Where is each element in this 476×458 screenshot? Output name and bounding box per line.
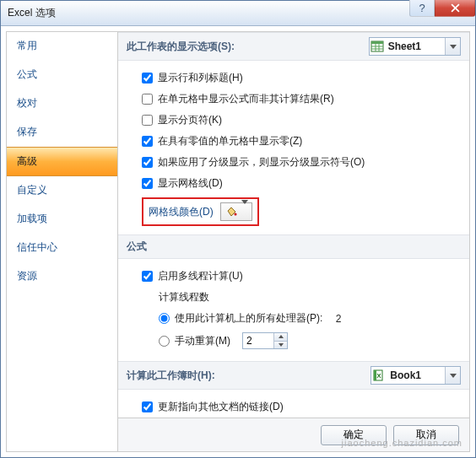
svg-text:X: X [377, 372, 382, 380]
dropdown-arrow-icon [445, 38, 460, 55]
sheet-display-options: 显示行和列标题(H) 在单元格中显示公式而非其计算结果(R) 显示分页符(K) … [118, 61, 469, 234]
sidebar-item-advanced[interactable]: 高级 [7, 147, 117, 176]
category-sidebar: 常用 公式 校对 保存 高级 自定义 加载项 信任中心 资源 [6, 31, 117, 452]
sidebar-item-proofing[interactable]: 校对 [7, 89, 117, 118]
titlebar: Excel 选项 ? [1, 1, 475, 26]
section-title: 此工作表的显示选项(S): [127, 40, 235, 54]
thread-spinner[interactable] [242, 332, 288, 349]
dialog-footer: 确定 取消 jiaocheng.chazidian.com [118, 418, 469, 451]
spin-down[interactable] [274, 342, 287, 349]
check-multithread[interactable]: 启用多线程计算(U) [142, 266, 456, 287]
workbook-select-value: Book1 [387, 369, 445, 381]
gridline-color-label: 网格线颜色(D) [149, 205, 214, 219]
check-page-breaks[interactable]: 显示分页符(K) [142, 110, 456, 131]
check-update-links[interactable]: 更新指向其他文档的链接(D) [142, 396, 456, 418]
sheet-select-value: Sheet1 [385, 40, 445, 52]
dialog-body: 常用 公式 校对 保存 高级 自定义 加载项 信任中心 资源 此工作表的显示选项… [1, 26, 475, 457]
sidebar-item-addins[interactable]: 加载项 [7, 205, 117, 234]
dropdown-arrow-icon [445, 367, 460, 384]
section-workbook-calc-header: 计算此工作簿时(H): X Book1 [118, 361, 469, 390]
processor-count: 2 [336, 313, 342, 325]
gridline-color-button[interactable] [220, 202, 252, 221]
paint-bucket-icon [224, 206, 238, 218]
cancel-button[interactable]: 取消 [393, 425, 459, 445]
options-dialog: Excel 选项 ? 常用 公式 校对 保存 高级 自定义 加载项 信任中心 资… [0, 0, 476, 458]
section-formulas-header: 公式 [118, 234, 469, 259]
check-outline-symbols[interactable]: 如果应用了分级显示，则显示分级显示符号(O) [142, 152, 456, 173]
window-buttons: ? [409, 0, 475, 17]
sidebar-item-customize[interactable]: 自定义 [7, 176, 117, 205]
check-gridlines[interactable]: 显示网格线(D) [142, 173, 456, 194]
spin-up[interactable] [274, 333, 287, 342]
worksheet-icon [370, 40, 385, 53]
workbook-icon: X [371, 369, 387, 382]
window-title: Excel 选项 [1, 6, 56, 20]
thread-count-label: 计算线程数 [159, 290, 209, 304]
ok-button[interactable]: 确定 [321, 425, 387, 445]
check-show-zeros[interactable]: 在具有零值的单元格中显示零(Z) [142, 131, 456, 152]
thread-count-group: 计算线程数 使用此计算机上的所有处理器(P): 2 手动重算(M) [142, 287, 456, 353]
scroll-area[interactable]: 此工作表的显示选项(S): Sheet1 显示行和列标题(H) 在单元格中显 [118, 32, 469, 418]
sheet-select-combo[interactable]: Sheet1 [369, 37, 461, 56]
section-sheet-display-header: 此工作表的显示选项(S): Sheet1 [118, 32, 469, 61]
gridline-color-row: 网格线颜色(D) [142, 197, 259, 226]
section-title: 计算此工作簿时(H): [127, 369, 215, 383]
check-show-formulas[interactable]: 在单元格中显示公式而非其计算结果(R) [142, 89, 456, 110]
svg-point-6 [234, 213, 236, 216]
radio-manual[interactable]: 手动重算(M) [159, 329, 456, 353]
sidebar-item-formulas[interactable]: 公式 [7, 61, 117, 89]
radio-all-processors[interactable]: 使用此计算机上的所有处理器(P): 2 [159, 308, 456, 329]
thread-spinner-input[interactable] [243, 333, 273, 348]
formulas-options: 启用多线程计算(U) 计算线程数 使用此计算机上的所有处理器(P): 2 手动重… [118, 259, 469, 361]
workbook-calc-options: 更新指向其他文档的链接(D) 将精度设为所显示的精度(P) [118, 390, 469, 418]
sidebar-item-general[interactable]: 常用 [7, 32, 117, 61]
check-row-col-headers[interactable]: 显示行和列标题(H) [142, 67, 456, 89]
section-title: 公式 [127, 240, 147, 254]
close-button[interactable] [435, 0, 475, 17]
sidebar-item-resources[interactable]: 资源 [7, 262, 117, 291]
sidebar-item-trust[interactable]: 信任中心 [7, 234, 117, 262]
close-icon [451, 3, 460, 13]
svg-rect-1 [371, 41, 383, 44]
help-button[interactable]: ? [409, 0, 435, 17]
workbook-select-combo[interactable]: X Book1 [371, 366, 461, 385]
dropdown-arrow-icon [241, 204, 248, 219]
sidebar-item-save[interactable]: 保存 [7, 118, 117, 147]
content-pane: 此工作表的显示选项(S): Sheet1 显示行和列标题(H) 在单元格中显 [117, 31, 470, 452]
